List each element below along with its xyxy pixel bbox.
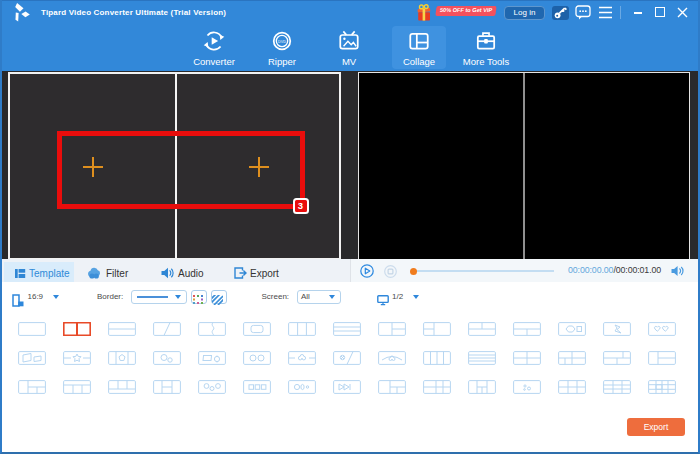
svg-text:DVD: DVD [278,40,286,44]
